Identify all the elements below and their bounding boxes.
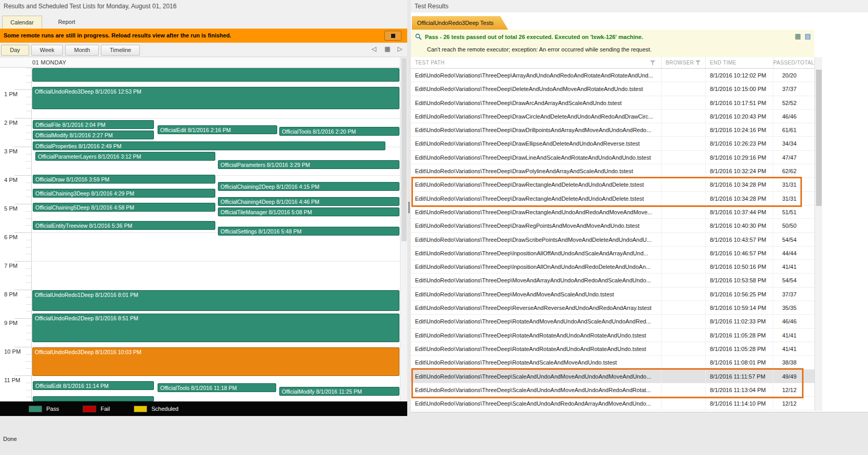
export-grid-icon[interactable]: ▦ <box>795 33 801 40</box>
calendar-event-label: OfficialDraw 8/1/2016 3:59 PM <box>33 175 215 184</box>
quarter-tick <box>26 240 31 240</box>
column-header-test-path[interactable]: TEST PATH <box>411 57 662 68</box>
open-report-icon[interactable]: ▤ <box>805 33 811 40</box>
stop-run-button[interactable] <box>384 31 401 41</box>
calendar-event[interactable]: OfficialUndoRedo1Deep 8/1/2016 8:01 PM <box>32 290 399 311</box>
cell-browser <box>662 178 706 191</box>
calendar-event[interactable]: OfficialEntityTreeview 8/1/2016 5:36 PM <box>33 221 215 230</box>
results-scrollbar[interactable] <box>814 57 822 411</box>
calendar-event[interactable]: OfficialChaining2Deep 8/1/2016 4:15 PM <box>218 182 399 191</box>
table-row[interactable]: Edit\UndoRedo\Variations\ThreeDeep\Inpos… <box>411 246 814 260</box>
calendar-scrollbar-thumb[interactable] <box>401 58 407 241</box>
table-row[interactable]: Edit\UndoRedo\Variations\ThreeDeep\DrawA… <box>411 96 814 110</box>
table-row[interactable]: Edit\UndoRedo\Variations\ThreeDeep\DrawC… <box>411 110 814 123</box>
view-button-week[interactable]: Week <box>31 45 63 56</box>
calendar-event[interactable]: OfficialUndoRedo2Deep 8/1/2016 8:51 PM <box>32 314 399 342</box>
table-row[interactable]: Edit\UndoRedo\Variations\ThreeDeep\Rotat… <box>411 315 814 328</box>
calendar-event[interactable]: OfficialParameterLayers 8/1/2016 3:12 PM <box>35 152 215 161</box>
quarter-tick <box>26 333 31 333</box>
calendar-event[interactable]: OfficialProperties 8/1/2016 2:49 PM <box>33 141 385 150</box>
next-day-icon[interactable]: ▷ <box>395 45 405 53</box>
results-scrollbar-thumb[interactable] <box>816 70 822 206</box>
cell-passed-total: 35/35 <box>773 301 814 314</box>
calendar-event[interactable]: OfficialChaining5Deep 8/1/2016 4:58 PM <box>33 203 215 212</box>
table-row[interactable]: Edit\UndoRedo\Variations\ThreeDeep\Rotat… <box>411 342 814 356</box>
table-row[interactable]: Edit\UndoRedo\Variations\ThreeDeep\DrawR… <box>411 192 814 205</box>
cell-passed-total: 46/46 <box>773 315 814 328</box>
table-row[interactable]: Edit\UndoRedo\Variations\ThreeDeep\Scale… <box>411 383 814 397</box>
calendar-event-label: OfficialChaining2Deep 8/1/2016 4:15 PM <box>218 183 399 191</box>
table-row[interactable]: Edit\UndoRedo\Variations\ThreeDeep\DrawP… <box>411 164 814 178</box>
table-row[interactable]: Edit\UndoRedo\Variations\ThreeDeep\DrawD… <box>411 123 814 137</box>
cell-test-path: Edit\UndoRedo\Variations\ThreeDeep\DrawC… <box>411 110 662 123</box>
table-row[interactable]: Edit\UndoRedo\Variations\ThreeDeep\DrawS… <box>411 233 814 246</box>
table-row[interactable]: Edit\UndoRedo\Variations\ThreeDeep\DrawL… <box>411 151 814 164</box>
cell-browser <box>662 329 706 342</box>
calendar-event-label: OfficialTools 8/1/2016 11:18 PM <box>158 384 276 392</box>
table-row[interactable]: Edit\UndoRedo\Variations\ThreeDeep\Scale… <box>411 370 814 383</box>
cell-test-path: Edit\UndoRedo\Variations\ThreeDeep\MoveA… <box>411 288 662 301</box>
tab-report[interactable]: Report <box>50 16 83 29</box>
filter-funnel-icon[interactable] <box>695 60 701 66</box>
calendar-event[interactable]: OfficialParameters 8/1/2016 3:29 PM <box>218 160 399 169</box>
calendar-event[interactable]: OfficialEdit 8/1/2016 2:16 PM <box>158 125 277 134</box>
calendar-event[interactable]: OfficialChaining3Deep 8/1/2016 4:29 PM <box>33 189 215 198</box>
cell-test-path: Edit\UndoRedo\Variations\ThreeDeep\Rotat… <box>411 315 662 328</box>
column-header-test-path-label: TEST PATH <box>415 60 445 66</box>
calendar-event[interactable]: OfficialEdit 8/1/2016 11:14 PM <box>33 381 154 390</box>
cell-passed-total: 20/20 <box>773 69 814 82</box>
column-header-browser[interactable]: BROWSER <box>662 57 706 68</box>
calendar-event-label: OfficialParameters 8/1/2016 3:29 PM <box>218 161 399 169</box>
calendar-scrollbar[interactable] <box>400 57 407 401</box>
tab-calendar[interactable]: Calendar <box>2 16 42 29</box>
cell-passed-total: 12/12 <box>773 397 814 410</box>
calendar-event[interactable]: OfficialFile 8/1/2016 2:04 PM <box>33 120 154 129</box>
view-button-timeline[interactable]: Timeline <box>101 45 140 56</box>
column-header-end-time[interactable]: END TIME <box>706 57 773 68</box>
table-row[interactable]: Edit\UndoRedo\Variations\ThreeDeep\Delet… <box>411 82 814 96</box>
table-row[interactable]: Edit\UndoRedo\Variations\ThreeDeep\Rever… <box>411 301 814 315</box>
calendar-event[interactable]: OfficialTools 8/1/2016 2:20 PM <box>279 127 399 136</box>
cell-end-time: 8/1/2016 10:15:00 PM <box>706 82 773 95</box>
table-row[interactable]: Edit\UndoRedo\Variations\ThreeDeep\Rotat… <box>411 356 814 369</box>
view-button-month[interactable]: Month <box>65 45 99 56</box>
table-row[interactable]: Edit\UndoRedo\Variations\ThreeDeep\DrawE… <box>411 137 814 150</box>
column-header-passed-total[interactable]: PASSED/TOTAL <box>773 57 814 68</box>
calendar-event[interactable]: OfficialDraw 8/1/2016 3:59 PM <box>33 175 215 184</box>
view-button-day[interactable]: Day <box>1 45 29 56</box>
table-row[interactable]: Edit\UndoRedo\Variations\ThreeDeep\MoveA… <box>411 288 814 301</box>
calendar-event[interactable]: OfficialUndoRedo3Deep 8/1/2016 12:53 PM <box>32 87 399 109</box>
scheduler-tab-strip: CalendarReport <box>0 12 407 29</box>
hour-label: 9 PM <box>4 320 18 326</box>
cell-passed-total: 62/62 <box>773 164 814 177</box>
calendar-event[interactable]: OfficialModify 8/1/2016 2:27 PM <box>33 131 154 139</box>
filter-funnel-icon[interactable] <box>650 60 656 66</box>
table-row[interactable]: Edit\UndoRedo\Variations\ThreeDeep\DrawR… <box>411 219 814 232</box>
cell-end-time: 8/1/2016 10:17:51 PM <box>706 96 773 109</box>
table-row[interactable]: Edit\UndoRedo\Variations\ThreeDeep\MoveA… <box>411 274 814 287</box>
calendar-event[interactable]: OfficialModify 8/1/2016 11:25 PM <box>279 387 399 396</box>
calendar-event[interactable] <box>32 68 399 82</box>
cell-browser <box>662 342 706 355</box>
cell-passed-total: 52/52 <box>773 96 814 109</box>
calendar-event[interactable]: OfficialTileManager 8/1/2016 5:08 PM <box>218 207 399 216</box>
calendar-event[interactable]: OfficialTools 8/1/2016 11:18 PM <box>158 383 276 392</box>
quarter-tick <box>26 383 31 383</box>
quarter-tick <box>26 282 31 283</box>
table-row[interactable]: Edit\UndoRedo\Variations\ThreeDeep\DrawR… <box>411 178 814 191</box>
column-header-passed-total-label: PASSED/TOTAL <box>773 60 814 66</box>
calendar-event[interactable] <box>33 396 154 401</box>
table-row[interactable]: Edit\UndoRedo\Variations\ThreeDeep\Rotat… <box>411 329 814 342</box>
calendar-event[interactable]: OfficialSettings 8/1/2016 5:48 PM <box>218 227 399 236</box>
previous-day-icon[interactable]: ◁ <box>369 45 379 53</box>
hour-label: 2 PM <box>4 120 18 126</box>
calendar-grid-icon[interactable]: ▦ <box>383 45 392 53</box>
table-row[interactable]: Edit\UndoRedo\Variations\ThreeDeep\Scale… <box>411 397 814 410</box>
table-row[interactable]: Edit\UndoRedo\Variations\ThreeDeep\Inpos… <box>411 260 814 274</box>
panel-splitter[interactable] <box>407 0 411 416</box>
results-tab[interactable]: OfficialUndoRedo3Deep Tests <box>412 16 508 30</box>
table-row[interactable]: Edit\UndoRedo\Variations\ThreeDeep\Array… <box>411 69 814 82</box>
table-row[interactable]: Edit\UndoRedo\Variations\ThreeDeep\DrawR… <box>411 205 814 219</box>
calendar-event[interactable]: OfficialChaining4Deep 8/1/2016 4:46 PM <box>218 197 399 206</box>
calendar-event[interactable]: OfficialUndoRedo3Deep 8/1/2016 10:03 PM <box>32 347 399 376</box>
